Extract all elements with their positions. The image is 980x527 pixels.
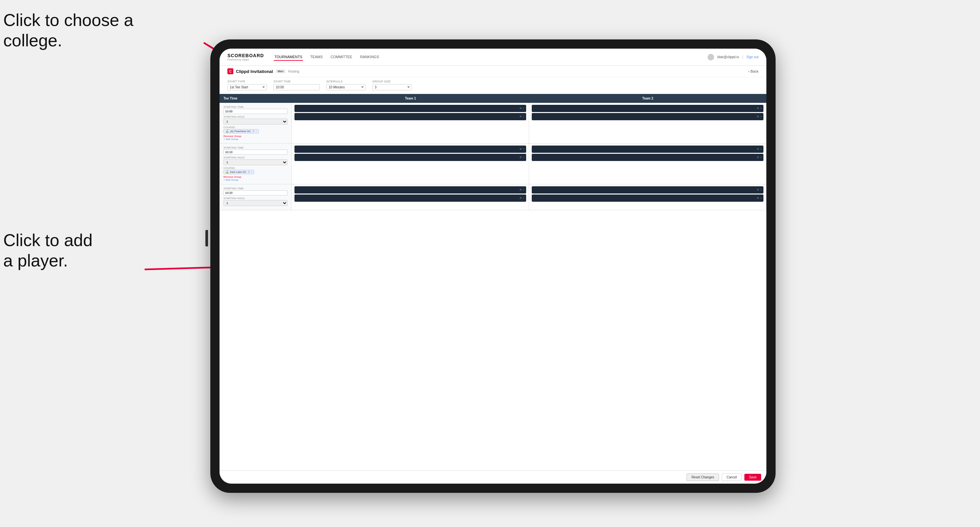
group-2-team1: ✕ › ✕ › <box>292 144 529 184</box>
group-3-team2: ✕ › ✕ › <box>529 184 766 210</box>
g2-course-chevron[interactable]: › <box>251 170 252 173</box>
group-size-select[interactable]: 3 <box>372 84 412 90</box>
group-1-team2: ✕ › ✕ › <box>529 103 766 143</box>
starting-time-label: STARTING TIME: <box>223 105 288 108</box>
nav-right: blair@clippd.io | Sign out <box>708 54 759 60</box>
intervals-group: Intervals 10 Minutes <box>326 80 366 90</box>
start-type-group: Start Type 1st Tee Start <box>228 80 267 90</box>
g2-team2-player1-slot[interactable]: ✕ › <box>532 146 764 153</box>
g2-t1-p1-chevron[interactable]: › <box>523 148 524 151</box>
player-slot-x-btn-2[interactable]: ✕ <box>519 115 522 118</box>
g2-t2-p2-chevron[interactable]: › <box>760 156 762 159</box>
g3-t2-p2-chevron[interactable]: › <box>760 197 762 200</box>
nav-rankings[interactable]: RANKINGS <box>360 54 380 61</box>
bottom-annotation: Click to add a player. <box>3 230 93 271</box>
g2-t2-p1-x[interactable]: ✕ <box>757 148 759 151</box>
intervals-select[interactable]: 10 Minutes <box>326 84 366 90</box>
g2-team1-player2-slot[interactable]: ✕ › <box>294 154 526 161</box>
brand: SCOREBOARD Powered by clippd <box>228 53 264 61</box>
bottom-annotation-line1: Click to add <box>3 231 93 250</box>
group-2-hole-select[interactable]: 1 <box>223 159 288 165</box>
nav-committee[interactable]: COMMITTEE <box>330 54 353 61</box>
player-slot-x-btn[interactable]: ✕ <box>519 107 522 110</box>
group-1-starting-time-field: STARTING TIME: <box>223 105 288 114</box>
nav-bar: SCOREBOARD Powered by clippd TOURNAMENTS… <box>220 49 766 66</box>
nav-tournaments[interactable]: TOURNAMENTS <box>274 54 303 61</box>
group-1-course-chevron[interactable]: › <box>256 130 257 133</box>
g2-t1-p2-x[interactable]: ✕ <box>519 156 522 159</box>
save-button[interactable]: Save <box>745 474 761 481</box>
sub-header: C Clippd Invitational Men Hosting ‹ Back <box>220 66 766 77</box>
bottom-annotation-line2: a player. <box>3 251 68 270</box>
reset-changes-button[interactable]: Reset Changes <box>687 473 719 481</box>
g3-t1-p2-x[interactable]: ✕ <box>519 197 522 200</box>
group-1-team2-player1-slot[interactable]: ✕ › <box>532 105 764 112</box>
group-1-course-tag[interactable]: ⛳ (A) Peachtree GC ✕ › <box>223 129 288 133</box>
team2-p1-x[interactable]: ✕ <box>757 107 759 110</box>
player-slot-chevron-btn-2[interactable]: › <box>523 115 524 118</box>
group-1-add-link[interactable]: + Add Group <box>223 138 288 141</box>
back-button[interactable]: ‹ Back <box>748 69 759 73</box>
tournament-title: C Clippd Invitational Men Hosting <box>228 68 299 74</box>
sign-out-link[interactable]: Sign out <box>746 55 759 59</box>
cancel-button[interactable]: Cancel <box>722 473 742 481</box>
group-row: STARTING TIME: STARTING HOLE: 1 COURSE: … <box>220 103 766 144</box>
group-1-team1-player2-slot[interactable]: ✕ › <box>294 113 526 120</box>
g2-team2-player2-slot[interactable]: ✕ › <box>532 154 764 161</box>
g3-team1-player1-slot[interactable]: ✕ › <box>294 186 526 194</box>
g3-t1-p1-x[interactable]: ✕ <box>519 188 522 192</box>
group-1-time-input[interactable] <box>223 109 288 114</box>
g3-t2-p2-x[interactable]: ✕ <box>757 197 759 200</box>
g3-team2-player2-slot[interactable]: ✕ › <box>532 195 764 202</box>
team2-p2-x[interactable]: ✕ <box>757 115 759 118</box>
team2-p2-chevron[interactable]: › <box>760 115 762 118</box>
brand-title: SCOREBOARD <box>228 53 264 58</box>
group-2-starting-time-field: STARTING TIME: <box>223 146 288 155</box>
group-3-time-input[interactable] <box>223 190 288 195</box>
g3-t1-p1-chevron[interactable]: › <box>523 188 524 192</box>
g3-t1-p2-chevron[interactable]: › <box>523 197 524 200</box>
group-2-add-link[interactable]: + Add Group <box>223 178 288 181</box>
start-time-input[interactable] <box>274 84 320 90</box>
group-2-remove-link[interactable]: Remove Group <box>223 175 288 178</box>
group-1-remove-link[interactable]: Remove Group <box>223 135 288 138</box>
group-1-hole-select[interactable]: 1 <box>223 119 288 124</box>
g2-course-remove-x[interactable]: ✕ <box>248 170 250 173</box>
group-1-left: STARTING TIME: STARTING HOLE: 1 COURSE: … <box>220 103 292 143</box>
user-email: blair@clippd.io <box>718 55 739 59</box>
g3-t2-p1-x[interactable]: ✕ <box>757 188 759 192</box>
g2-t2-p2-x[interactable]: ✕ <box>757 156 759 159</box>
group-2-course-tag[interactable]: ⛳ East Lake GC ✕ › <box>223 170 288 174</box>
start-type-select[interactable]: 1st Tee Start <box>228 84 267 90</box>
brand-sub: Powered by clippd <box>228 58 264 61</box>
g2-t1-p2-chevron[interactable]: › <box>523 156 524 159</box>
player-slot-chevron-btn[interactable]: › <box>523 107 524 110</box>
group-3-team1: ✕ › ✕ › <box>292 184 529 210</box>
settings-bar: Start Type 1st Tee Start Start Time Inte… <box>220 77 766 94</box>
group-2-starting-hole-field: STARTING HOLE: 1 <box>223 156 288 165</box>
intervals-label: Intervals <box>326 80 366 83</box>
group-1-team2-player2-slot[interactable]: ✕ › <box>532 113 764 120</box>
group-3-hole-select[interactable]: 1 <box>223 200 288 206</box>
tournament-badge: Men <box>276 69 286 73</box>
nav-teams[interactable]: TEAMS <box>310 54 323 61</box>
group-1-course-remove-x[interactable]: ✕ <box>252 130 255 133</box>
g3-starting-hole-label: STARTING HOLE: <box>223 197 288 200</box>
g2-starting-time-label: STARTING TIME: <box>223 146 288 149</box>
group-1-team1: ✕ › ✕ › <box>292 103 529 143</box>
team2-p1-chevron[interactable]: › <box>760 107 762 110</box>
g3-team1-player2-slot[interactable]: ✕ › <box>294 195 526 202</box>
th-team1: Team 1 <box>292 94 529 103</box>
group-1-course-field: COURSE: ⛳ (A) Peachtree GC ✕ › <box>223 126 288 133</box>
g3-t2-p1-chevron[interactable]: › <box>760 188 762 192</box>
group-3-starting-hole-field: STARTING HOLE: 1 <box>223 197 288 206</box>
group-1-course-name: (A) Peachtree GC <box>230 130 251 133</box>
g3-team2-player1-slot[interactable]: ✕ › <box>532 186 764 194</box>
group-1-team1-player1-slot[interactable]: ✕ › <box>294 105 526 112</box>
top-annotation: Click to choose a college. <box>3 10 134 51</box>
group-2-time-input[interactable] <box>223 149 288 155</box>
user-avatar <box>708 54 714 60</box>
g2-team1-player1-slot[interactable]: ✕ › <box>294 146 526 153</box>
g2-t2-p1-chevron[interactable]: › <box>760 148 762 151</box>
g2-t1-p1-x[interactable]: ✕ <box>519 148 522 151</box>
